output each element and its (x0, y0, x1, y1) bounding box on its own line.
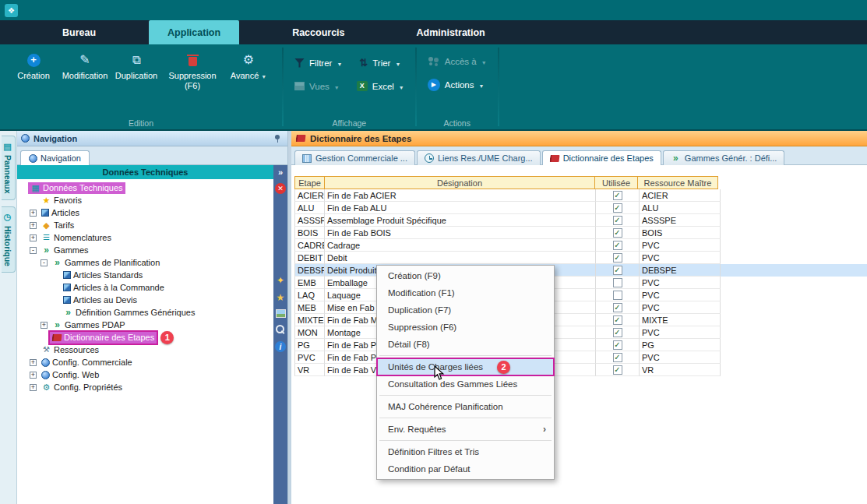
context-menu-item[interactable]: Détail (F8) › (377, 336, 554, 353)
tree-expander[interactable] (51, 297, 58, 304)
tree-expander[interactable]: + (30, 384, 37, 391)
utilisee-checkbox[interactable] (613, 340, 622, 350)
excel-button[interactable]: Excel (354, 79, 407, 93)
tree-expander[interactable] (30, 347, 37, 354)
document-tab[interactable]: Gammes Génér. : Défi... (663, 150, 785, 165)
trier-button[interactable]: Trier (356, 55, 404, 70)
menu-tab[interactable]: Bureau (44, 20, 115, 44)
utilisee-checkbox[interactable] (613, 253, 622, 263)
tree-item[interactable]: Articles Standards (17, 269, 273, 281)
tree-item[interactable]: - Gammes de Planification (17, 256, 273, 269)
utilisee-checkbox[interactable] (613, 328, 622, 337)
utilisee-checkbox[interactable] (613, 303, 622, 312)
side-tool-icon[interactable] (275, 275, 286, 286)
actions-button[interactable]: Actions (425, 77, 490, 93)
context-menu-item[interactable]: MAJ Cohérence Planification › (377, 398, 554, 415)
document-tab[interactable]: Gestion Commerciale ... (294, 150, 415, 165)
pin-icon[interactable] (273, 134, 281, 143)
utilisee-checkbox[interactable] (613, 241, 622, 250)
column-header-ressource-maitre[interactable]: Ressource Maître (637, 176, 718, 189)
tree-expander[interactable]: + (30, 372, 37, 379)
side-vertical-tab[interactable]: Panneaux (2, 136, 16, 200)
table-row[interactable]: BOIS Fin de Fab BOIS BOIS (294, 227, 867, 239)
utilisee-checkbox[interactable] (613, 353, 622, 362)
tree-expander[interactable]: + (30, 210, 37, 217)
tree-expander[interactable] (19, 185, 26, 192)
utilisee-checkbox[interactable] (613, 191, 622, 200)
context-menu-item[interactable]: Définition Filtres et Tris › (377, 443, 554, 460)
tree-expander[interactable]: + (41, 322, 48, 329)
tree-item[interactable]: + Nomenclatures (17, 231, 273, 244)
context-menu-item[interactable]: Env. Requêtes › (377, 421, 554, 438)
tree-expander[interactable]: + (30, 234, 37, 241)
tree-item[interactable]: Ressources (17, 344, 273, 356)
side-tool-icon[interactable] (275, 324, 286, 335)
tree-item[interactable]: + Gammes PDAP (17, 319, 273, 331)
menu-tab[interactable]: Application (149, 20, 239, 44)
utilisee-checkbox[interactable] (613, 228, 622, 238)
utilisee-checkbox[interactable] (613, 266, 622, 275)
tree-expander[interactable] (41, 334, 48, 341)
tree-item[interactable]: Articles à la Commande (17, 281, 273, 294)
table-row[interactable]: ASSSP Assemblage Produit Spécifique ASSS… (294, 214, 867, 227)
tree-expander[interactable] (51, 309, 58, 316)
tree-expander[interactable]: + (30, 359, 37, 366)
context-menu-item[interactable]: Consultation des Gammes Liées › (377, 375, 554, 393)
column-header-etape[interactable]: Etape (294, 176, 325, 189)
utilisee-checkbox[interactable] (613, 315, 622, 325)
collapse-chevron-icon[interactable]: » (278, 167, 283, 177)
context-menu-item[interactable]: Création (F9) › (377, 267, 554, 284)
menu-tab[interactable]: Raccourcis (273, 20, 363, 44)
context-menu-item[interactable]: Condition par Défaut › (377, 460, 554, 478)
utilisee-checkbox[interactable] (613, 365, 622, 375)
context-menu-item[interactable]: Duplication (F7) › (377, 301, 554, 319)
context-menu-item[interactable]: Modification (F1) › (377, 284, 554, 301)
acces-a-button[interactable]: Accès à (425, 55, 490, 68)
context-menu-item[interactable]: Suppression (F6) › (377, 319, 554, 336)
document-tab[interactable]: Liens Res./UME Charg... (417, 150, 541, 165)
tree-item[interactable]: + Config. Web (17, 368, 273, 381)
creation-button[interactable]: Création (8, 48, 59, 117)
tree-expander[interactable] (30, 197, 37, 204)
tree-item[interactable]: Dictionnaire des Etapes 1 (17, 331, 273, 344)
tree-expander[interactable]: - (30, 247, 37, 254)
duplication-button[interactable]: Duplication (111, 48, 162, 117)
side-tool-icon[interactable] (275, 183, 286, 194)
tree-expander[interactable]: + (30, 222, 37, 229)
avance-button[interactable]: Avancé (223, 48, 274, 117)
modification-button[interactable]: Modification (59, 48, 111, 117)
utilisee-checkbox[interactable] (613, 216, 622, 225)
column-header-designation[interactable]: Désignation (324, 176, 595, 189)
tree-expander[interactable] (51, 272, 58, 279)
table-row[interactable]: DEBIT Debit PVC (294, 252, 867, 264)
tree-item[interactable]: Articles au Devis (17, 294, 273, 306)
tree-item[interactable]: Données Techniques (17, 182, 273, 194)
utilisee-checkbox[interactable] (613, 203, 622, 213)
side-vertical-tab[interactable]: Historique (2, 206, 16, 273)
context-menu-item[interactable]: Unités de Charges liées 2 › (377, 358, 554, 375)
tree-item[interactable]: - Gammes (17, 244, 273, 256)
menu-tab[interactable]: Administration (398, 20, 504, 44)
tree-item[interactable]: + Articles (17, 206, 273, 219)
tab-navigation[interactable]: Navigation (20, 150, 90, 165)
side-tool-icon[interactable] (275, 341, 286, 352)
table-row[interactable]: ALU Fin de Fab ALU ALU (294, 202, 867, 214)
document-tab[interactable]: Dictionnaire des Etapes (542, 150, 661, 165)
tree-item[interactable]: + Config. Commerciale (17, 356, 273, 368)
tree-item[interactable]: Définition Gammes Génériques (17, 306, 273, 319)
tree-item[interactable]: Favoris (17, 194, 273, 206)
filtrer-button[interactable]: Filtrer (291, 55, 345, 70)
utilisee-checkbox[interactable] (613, 291, 622, 300)
table-row[interactable]: CADRE Cadrage PVC (294, 239, 867, 252)
tree-expander[interactable] (51, 284, 58, 291)
utilisee-checkbox[interactable] (613, 278, 622, 287)
side-tool-icon[interactable] (275, 292, 286, 303)
table-row[interactable]: ACIER Fin de Fab ACIER ACIER (294, 189, 867, 202)
tree-expander[interactable]: - (41, 259, 48, 266)
tree-item[interactable]: + Config. Propriétés (17, 381, 273, 393)
side-tool-icon[interactable] (276, 309, 286, 318)
column-header-utilisee[interactable]: Utilisée (594, 176, 638, 189)
tree-item[interactable]: + Tarifs (17, 219, 273, 231)
vues-button[interactable]: Vues (291, 79, 343, 93)
suppression-button[interactable]: Suppression (F6) (162, 48, 223, 117)
